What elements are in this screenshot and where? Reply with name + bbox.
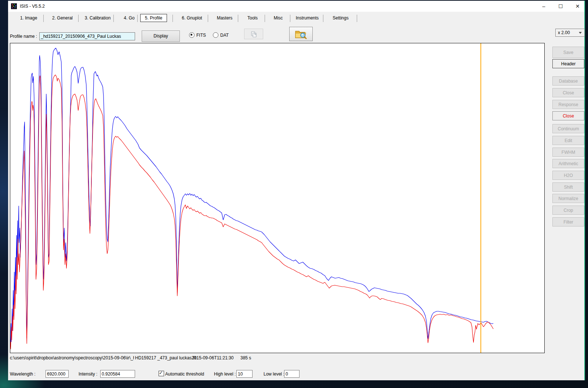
tab-separator	[43, 15, 44, 22]
wavelength-label: Wavelength :	[10, 371, 36, 377]
low-level-label: Low level :	[264, 371, 284, 377]
spectrum-plot-area[interactable]	[10, 43, 545, 353]
arithmetic-button[interactable]: Arithmetic	[552, 159, 584, 168]
tab-masters[interactable]: Masters	[211, 15, 239, 21]
tab-gnuplot[interactable]: 6. Gnuplot	[176, 15, 208, 21]
tab-separator	[137, 15, 138, 22]
wavelength-input[interactable]	[46, 370, 69, 378]
tab-separator	[173, 15, 173, 22]
check-icon: ✓	[159, 370, 163, 376]
folder-search-icon	[295, 29, 307, 39]
close-window-button[interactable]: ✕	[569, 1, 586, 12]
copy-icon	[250, 31, 257, 37]
tab-separator	[208, 15, 208, 22]
fits-radio[interactable]	[189, 32, 195, 38]
tab-misc[interactable]: Misc	[267, 15, 289, 21]
tab-separator	[357, 15, 357, 22]
exposure-time: 385 s	[240, 355, 251, 360]
file-path: c:\users\spirit\dropbox\astronomy\spectr…	[10, 355, 134, 360]
zoom-factor-value: x 2.00	[558, 30, 570, 35]
tab-profile[interactable]: 5. Profile	[140, 14, 167, 22]
header-button[interactable]: Header	[552, 59, 584, 68]
save-button[interactable]: Save	[552, 47, 584, 58]
tab-calibration[interactable]: 3. Calibration	[80, 15, 115, 21]
crop-button[interactable]: Crop	[552, 206, 584, 215]
tab-separator	[290, 15, 290, 22]
tab-go[interactable]: 4. Go	[115, 15, 144, 21]
edit-button[interactable]: Edit	[552, 136, 584, 145]
display-button[interactable]: Display	[142, 30, 180, 42]
file-timestamp: 2015-09-06T11:21:30	[192, 355, 234, 360]
tab-tools[interactable]: Tools	[241, 15, 264, 21]
shift-button[interactable]: Shift	[552, 182, 584, 192]
tab-separator	[113, 15, 114, 22]
tab-instruments[interactable]: Instruments	[293, 15, 322, 21]
dat-radio-label[interactable]: DAT	[220, 33, 229, 38]
high-level-label: High level :	[214, 371, 236, 377]
tab-separator	[323, 15, 323, 22]
response-button[interactable]: Response	[552, 100, 584, 109]
h2o-button[interactable]: H2O	[552, 171, 584, 180]
tab-separator	[238, 15, 238, 22]
window-title: ISIS - V5.5.2	[20, 1, 45, 12]
copy-profile-button[interactable]	[244, 29, 263, 39]
chevron-down-icon	[579, 32, 582, 34]
high-level-input[interactable]	[236, 370, 253, 378]
fits-radio-label[interactable]: FITS	[196, 33, 206, 38]
fwhm-button[interactable]: FWHM	[552, 148, 584, 157]
isis-window: ISIS - V5.5.2 – ☐ ✕ 1. Image 2. General …	[8, 1, 585, 380]
title-bar: ISIS - V5.5.2 – ☐ ✕	[8, 1, 584, 12]
file-name: HD159217 _473_paul luckas.fit	[135, 355, 196, 360]
tab-separator	[78, 15, 79, 22]
app-icon	[11, 3, 17, 9]
filter-button[interactable]: Filter	[552, 217, 584, 226]
low-level-input[interactable]	[284, 370, 300, 378]
database-button[interactable]: Database	[552, 76, 584, 86]
zoom-factor-select[interactable]: x 2.00	[555, 29, 585, 37]
profile-name-input[interactable]	[39, 32, 135, 40]
tab-image[interactable]: 1. Image	[14, 15, 43, 21]
continuum-button[interactable]: Continuum	[552, 124, 584, 133]
dat-radio[interactable]	[213, 32, 218, 38]
intensity-input[interactable]	[100, 370, 135, 378]
close-button-2[interactable]: Close	[552, 111, 584, 120]
close-button-1[interactable]: Close	[552, 88, 584, 97]
minimize-button[interactable]: –	[536, 1, 552, 12]
tab-separator	[265, 15, 265, 22]
tab-general[interactable]: 2. General	[46, 15, 79, 21]
auto-threshold-label[interactable]: Automatic threshold	[165, 371, 204, 377]
normalize-button[interactable]: Normalize	[552, 194, 584, 203]
browse-profile-button[interactable]	[289, 27, 313, 41]
maximize-button[interactable]: ☐	[552, 1, 569, 12]
intensity-label: Intensity :	[79, 371, 97, 377]
spectrum-svg	[10, 43, 544, 353]
auto-threshold-checkbox[interactable]: ✓	[159, 371, 164, 376]
profile-name-label: Profile name :	[10, 34, 37, 39]
tab-settings[interactable]: Settings	[326, 15, 355, 21]
